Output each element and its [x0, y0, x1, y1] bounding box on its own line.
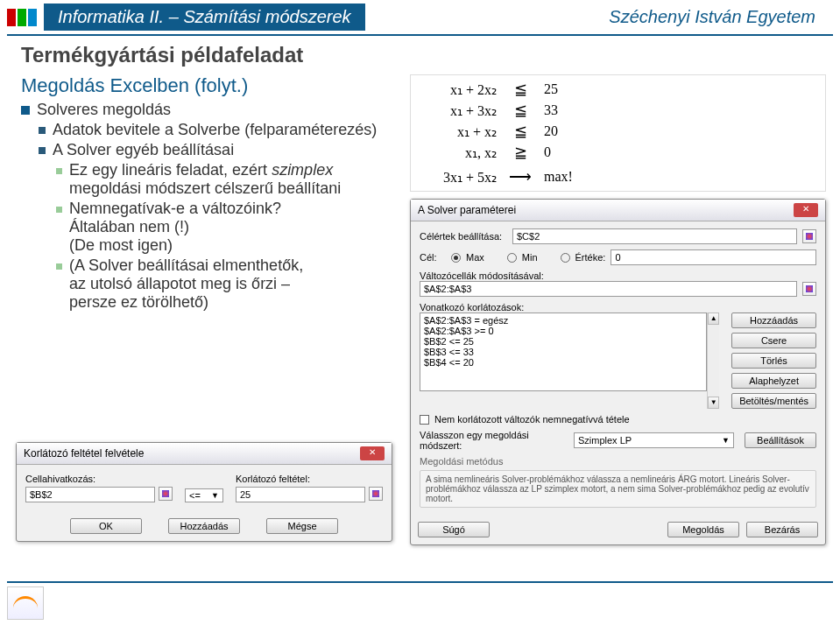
method-select[interactable]: Szimplex LP▼ — [574, 432, 734, 448]
solver-dialog: A Solver paraméterei ✕ Célértek beállítá… — [410, 199, 826, 545]
change-constraint-button[interactable]: Csere — [731, 333, 816, 348]
loadsave-button[interactable]: Betöltés/mentés — [731, 393, 816, 409]
varcells-label: Változócellák módosításával: — [420, 270, 816, 281]
page-title: Termékgyártási példafeladat — [21, 43, 819, 67]
target-label: Célértek beállítása: — [420, 231, 507, 242]
reset-button[interactable]: Alaphelyzet — [731, 373, 816, 389]
close-icon[interactable]: ✕ — [794, 203, 818, 217]
range-picker-icon[interactable] — [159, 487, 173, 501]
nonneg-label: Nem korlátozott változók nemnegatívvá té… — [434, 414, 630, 425]
cancel-button[interactable]: Mégse — [266, 518, 338, 534]
constraint-value-label: Korlátozó feltétel: — [236, 474, 383, 484]
footer-line — [7, 581, 833, 583]
solver-dialog-title: A Solver paraméterei — [418, 204, 516, 216]
footer-logo — [7, 586, 44, 620]
radio-max[interactable] — [451, 253, 461, 263]
close-icon[interactable]: ✕ — [360, 446, 385, 460]
cellref-label: Cellahivatkozás: — [25, 474, 173, 484]
subtitle: Megoldás Excelben (folyt.) — [21, 74, 399, 97]
nonneg-checkbox[interactable] — [420, 415, 429, 425]
range-picker-icon[interactable] — [369, 487, 383, 501]
bullet-3: A Solver egyéb beállításai — [21, 141, 399, 159]
chevron-down-icon: ▼ — [722, 436, 730, 445]
ok-button[interactable]: OK — [70, 518, 142, 534]
listbox-scrollbar[interactable]: ▲▼ — [707, 312, 719, 409]
range-picker-icon[interactable] — [802, 229, 816, 243]
varcells-input[interactable] — [420, 281, 797, 297]
header-left-title: Informatika II. – Számítási módszerek — [44, 4, 365, 31]
bullet-4: Ez egy lineáris feladat, ezért szimplex … — [21, 161, 399, 198]
constraints-label: Vonatkozó korlátozások: — [420, 302, 816, 312]
constraint-dialog-title: Korlátozó feltétel felvétele — [24, 447, 144, 460]
header-underline — [7, 34, 833, 36]
constraints-listbox[interactable]: $A$2:$A$3 = egész $A$2:$A$3 >= 0 $B$2 <=… — [420, 312, 707, 391]
value-input[interactable] — [611, 249, 816, 265]
method-description: A sima nemlineáris Solver-problémákhoz v… — [420, 470, 816, 508]
radio-min[interactable] — [507, 253, 517, 263]
options-button[interactable]: Beállítások — [745, 432, 816, 448]
constraint-add-dialog: Korlátozó feltétel felvétele ✕ Cellahiva… — [16, 442, 392, 542]
range-picker-icon[interactable] — [802, 282, 816, 296]
add-constraint-button[interactable]: Hozzáadás — [731, 312, 816, 328]
bullet-5: Nemnegatívak-e a változóink? Általában n… — [21, 200, 399, 255]
logo-bars — [7, 9, 37, 26]
goal-label: Cél: — [420, 252, 446, 263]
slide-header: Informatika II. – Számítási módszerek Sz… — [0, 0, 840, 34]
header-right-title: Széchenyi István Egyetem — [609, 7, 815, 27]
target-input[interactable] — [512, 228, 797, 244]
cellref-input[interactable] — [25, 487, 155, 502]
delete-constraint-button[interactable]: Törlés — [731, 353, 816, 369]
bullet-1: Solveres megoldás — [21, 101, 399, 119]
method-group-label: Megoldási metódus — [420, 456, 816, 467]
math-constraints: x₁ + 2x₂≦25 x₁ + 3x₂≦33 x₁ + x₂≦20 x₁, x… — [410, 74, 826, 192]
constraint-value-input[interactable] — [236, 487, 365, 502]
chevron-down-icon: ▼ — [211, 491, 219, 500]
method-label: Válasszon egy megoldási módszert: — [420, 430, 568, 451]
radio-value[interactable] — [561, 253, 570, 263]
add-button[interactable]: Hozzáadás — [168, 518, 240, 534]
bullet-6: (A Solver beállításai elmenthetők, az ut… — [21, 256, 399, 312]
operator-select[interactable]: <=▼ — [185, 488, 223, 502]
help-button[interactable]: Súgó — [418, 522, 490, 537]
solve-button[interactable]: Megoldás — [667, 522, 739, 537]
close-button[interactable]: Bezárás — [746, 522, 818, 537]
bullet-2: Adatok bevitele a Solverbe (felparaméter… — [21, 121, 399, 139]
